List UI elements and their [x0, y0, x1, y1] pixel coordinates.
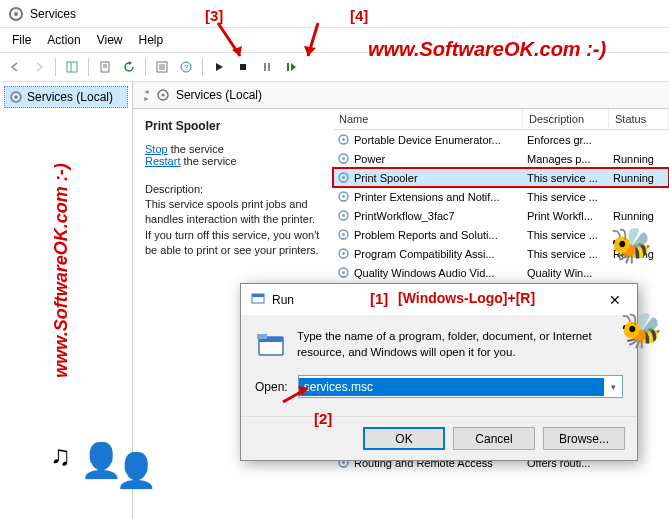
window-title: Services [30, 7, 76, 21]
ok-button[interactable]: OK [363, 427, 445, 450]
run-app-icon [255, 329, 287, 361]
gear-icon [337, 171, 350, 184]
svg-rect-15 [268, 63, 270, 71]
cell-desc: Quality Win... [523, 267, 609, 279]
restart-text: the service [180, 155, 236, 167]
svg-point-38 [342, 461, 345, 464]
restart-link[interactable]: Restart [145, 155, 180, 167]
svg-point-36 [342, 271, 345, 274]
list-header: Name Description Status [333, 109, 669, 130]
cell-desc: Manages p... [523, 153, 609, 165]
svg-point-32 [342, 233, 345, 236]
table-row[interactable]: Print SpoolerThis service ...Running [333, 168, 669, 187]
properties-button[interactable] [151, 56, 173, 78]
col-status[interactable]: Status [609, 109, 669, 129]
export-button[interactable] [94, 56, 116, 78]
table-row[interactable]: Quality Windows Audio Vid...Quality Win.… [333, 263, 669, 282]
run-titlebar: Run ✕ [241, 284, 637, 315]
run-icon [250, 290, 266, 309]
gear-icon [337, 247, 350, 260]
open-combobox[interactable]: services.msc ▾ [298, 375, 623, 398]
cell-name: Quality Windows Audio Vid... [333, 266, 523, 279]
menu-action[interactable]: Action [39, 30, 88, 50]
description-text: This service spools print jobs and handl… [145, 197, 321, 259]
run-dialog: Run ✕ Type the name of a program, folder… [240, 283, 638, 461]
menu-file[interactable]: File [4, 30, 39, 50]
table-row[interactable]: Problem Reports and Soluti...This servic… [333, 225, 669, 244]
svg-point-34 [342, 252, 345, 255]
cell-desc: This service ... [523, 229, 609, 241]
stop-link[interactable]: Stop [145, 143, 168, 155]
cell-status: Running [609, 248, 669, 260]
stop-service-button[interactable] [232, 56, 254, 78]
menu-view[interactable]: View [89, 30, 131, 50]
cell-name: Problem Reports and Soluti... [333, 228, 523, 241]
svg-rect-43 [257, 334, 267, 339]
restart-service-button[interactable] [280, 56, 302, 78]
cell-desc: This service ... [523, 191, 609, 203]
cell-name: Printer Extensions and Notif... [333, 190, 523, 203]
menubar: File Action View Help [0, 28, 669, 52]
svg-rect-14 [264, 63, 266, 71]
table-row[interactable]: Portable Device Enumerator...Enforces gr… [333, 130, 669, 149]
watermark-left: www.SoftwareOK.com :-) [51, 163, 72, 377]
forward-button[interactable] [28, 56, 50, 78]
cell-desc: Print Workfl... [523, 210, 609, 222]
content-header: ◄► Services (Local) [133, 82, 669, 109]
back-button[interactable] [4, 56, 26, 78]
table-row[interactable]: Printer Extensions and Notif...This serv… [333, 187, 669, 206]
table-row[interactable]: Program Compatibility Assi...This servic… [333, 244, 669, 263]
stop-text: the service [168, 143, 224, 155]
dropdown-icon[interactable]: ▾ [604, 382, 622, 392]
cancel-button[interactable]: Cancel [453, 427, 535, 450]
cell-name: PrintWorkflow_3fac7 [333, 209, 523, 222]
description-label: Description: [145, 183, 321, 195]
cell-name: Portable Device Enumerator... [333, 133, 523, 146]
help-button[interactable]: ? [175, 56, 197, 78]
cell-desc: This service ... [523, 248, 609, 260]
gear-icon [156, 88, 170, 102]
svg-rect-40 [252, 294, 264, 297]
svg-point-24 [342, 157, 345, 160]
cell-desc: This service ... [523, 172, 609, 184]
cell-desc: Enforces gr... [523, 134, 609, 146]
tree-root-label: Services (Local) [27, 90, 113, 104]
run-body-text: Type the name of a program, folder, docu… [297, 329, 623, 361]
gear-icon [337, 190, 350, 203]
svg-point-30 [342, 214, 345, 217]
refresh-button[interactable] [118, 56, 140, 78]
gear-icon [337, 152, 350, 165]
start-service-button[interactable] [208, 56, 230, 78]
tree-root-item[interactable]: Services (Local) [4, 86, 128, 108]
cell-name: Print Spooler [333, 171, 523, 184]
table-row[interactable]: PowerManages p...Running [333, 149, 669, 168]
svg-rect-16 [287, 63, 289, 71]
svg-point-28 [342, 195, 345, 198]
table-row[interactable]: PrintWorkflow_3fac7Print Workfl...Runnin… [333, 206, 669, 225]
show-hide-button[interactable] [61, 56, 83, 78]
svg-point-22 [342, 138, 345, 141]
browse-button[interactable]: Browse... [543, 427, 625, 450]
nav-arrows-icon[interactable]: ◄► [143, 88, 150, 102]
svg-rect-2 [67, 62, 77, 72]
gear-icon [337, 228, 350, 241]
toolbar: ? [0, 52, 669, 82]
content-title: Services (Local) [176, 88, 262, 102]
pause-service-button[interactable] [256, 56, 278, 78]
col-description[interactable]: Description [523, 109, 609, 129]
cell-status: Running [609, 153, 669, 165]
cell-status: Running [609, 172, 669, 184]
col-name[interactable]: Name [333, 109, 523, 129]
close-icon[interactable]: ✕ [602, 292, 628, 308]
run-title: Run [272, 293, 294, 307]
svg-point-20 [161, 94, 164, 97]
service-name: Print Spooler [145, 119, 321, 133]
cell-status: Running [609, 210, 669, 222]
svg-point-18 [15, 96, 18, 99]
gear-icon [337, 266, 350, 279]
gear-icon [337, 133, 350, 146]
open-value[interactable]: services.msc [299, 378, 604, 396]
svg-text:?: ? [184, 63, 189, 72]
open-label: Open: [255, 380, 288, 394]
menu-help[interactable]: Help [131, 30, 172, 50]
